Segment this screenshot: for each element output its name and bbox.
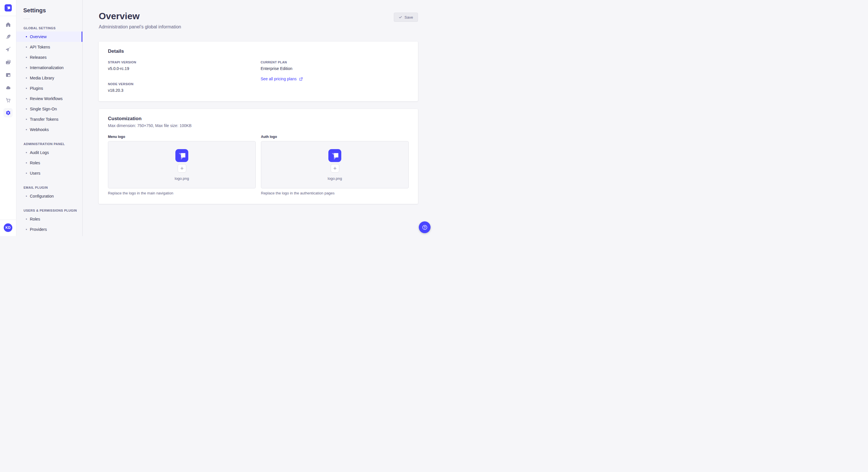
add-menu-logo-button[interactable]	[178, 164, 186, 173]
cart-icon[interactable]	[3, 96, 12, 105]
cloud-icon[interactable]	[3, 83, 12, 92]
help-button[interactable]	[419, 222, 431, 233]
auth-logo-hint: Replace the logo in the authentication p…	[261, 191, 409, 195]
subnav-item-admin-roles[interactable]: Roles	[17, 158, 82, 168]
strapi-version-field: STRAPI VERSION v5.0.0-rc.19	[108, 61, 256, 71]
section-heading-global-settings: GLOBAL SETTINGS	[24, 26, 82, 30]
question-mark-icon	[422, 224, 428, 231]
subnav-item-api-tokens[interactable]: API Tokens	[17, 42, 82, 52]
auth-logo-filename: logo.png	[328, 176, 342, 181]
settings-subnav: Settings GLOBAL SETTINGS Overview API To…	[17, 0, 83, 236]
bullet-icon	[26, 119, 27, 120]
rail-icon-list	[0, 16, 16, 220]
bullet-icon	[26, 57, 27, 58]
menu-logo-filename: logo.png	[175, 176, 189, 181]
media-library-icon[interactable]	[3, 58, 12, 67]
subnav-item-up-roles[interactable]: Roles	[17, 214, 82, 224]
page-header: Overview Administration panel’s global i…	[99, 0, 418, 30]
details-left-column: STRAPI VERSION v5.0.0-rc.19 NODE VERSION…	[108, 61, 256, 93]
auth-logo-label: Auth logo	[261, 135, 409, 139]
subnav-item-releases[interactable]: Releases	[17, 52, 82, 63]
section-heading-email-plugin: EMAIL PLUGIN	[24, 186, 82, 189]
subnav-item-admin-users[interactable]: Users	[17, 168, 82, 178]
subnav-item-plugins[interactable]: Plugins	[17, 83, 82, 94]
menu-logo-hint: Replace the logo in the main navigation	[108, 191, 256, 195]
menu-logo-label: Menu logo	[108, 135, 256, 139]
details-right-column: CURRENT PLAN Enterprise Edition See all …	[260, 61, 409, 93]
auth-logo-block: Auth logo logo.png Replace the logo in t…	[261, 135, 409, 195]
subnav-item-webhooks[interactable]: Webhooks	[17, 125, 82, 135]
home-icon[interactable]	[3, 20, 12, 29]
main-nav-rail: KD	[0, 0, 17, 236]
bullet-icon	[26, 88, 27, 89]
subnav-item-media-library[interactable]: Media Library	[17, 73, 82, 83]
bullet-icon	[26, 77, 27, 78]
avatar[interactable]: KD	[4, 224, 12, 232]
rail-logo-section	[0, 0, 16, 16]
bullet-icon	[26, 129, 27, 130]
strapi-admin-app: KD Settings GLOBAL SETTINGS Overview API…	[0, 0, 434, 236]
section-heading-administration-panel: ADMINISTRATION PANEL	[24, 142, 82, 146]
customization-card-title: Customization	[108, 116, 409, 122]
details-card-title: Details	[108, 48, 409, 54]
paper-plane-icon[interactable]	[3, 45, 12, 54]
details-card: Details STRAPI VERSION v5.0.0-rc.19 NODE…	[99, 42, 418, 101]
check-icon	[399, 15, 402, 19]
auth-logo-preview	[329, 149, 341, 162]
subnav-item-transfer-tokens[interactable]: Transfer Tokens	[17, 114, 82, 125]
bullet-icon	[26, 46, 27, 47]
subnav-item-audit-logs[interactable]: Audit Logs	[17, 147, 82, 158]
bullet-icon	[26, 152, 27, 153]
bullet-icon	[26, 36, 27, 37]
bullet-icon	[26, 67, 27, 68]
external-link-icon	[299, 77, 303, 81]
subnav-item-internationalization[interactable]: Internationalization	[17, 63, 82, 73]
bullet-icon	[26, 229, 27, 230]
subnav-item-email-configuration[interactable]: Configuration	[17, 191, 82, 201]
bullet-icon	[26, 196, 27, 197]
node-version-field: NODE VERSION v18.20.3	[108, 82, 256, 93]
bullet-icon	[26, 108, 27, 109]
subnav-item-review-workflows[interactable]: Review Workflows	[17, 94, 82, 104]
bullet-icon	[26, 162, 27, 164]
menu-logo-dropzone[interactable]: logo.png	[108, 141, 256, 189]
subnav-item-up-providers[interactable]: Providers	[17, 224, 82, 235]
plus-icon	[180, 166, 184, 170]
menu-logo-block: Menu logo logo.png Replace the logo in t…	[108, 135, 256, 195]
bullet-icon	[26, 173, 27, 174]
subnav-item-single-sign-on[interactable]: Single Sign-On	[17, 104, 82, 114]
page-title: Overview	[99, 11, 181, 22]
pricing-plans-link[interactable]: See all pricing plans	[260, 76, 303, 81]
auth-logo-dropzone[interactable]: logo.png	[261, 141, 409, 189]
subnav-title: Settings	[23, 7, 82, 14]
layout-icon[interactable]	[3, 70, 12, 79]
rail-user-section: KD	[0, 220, 16, 236]
plus-icon	[333, 166, 337, 170]
customization-card-subtitle: Max dimension: 750×750, Max file size: 1…	[108, 123, 409, 128]
subnav-divider	[23, 19, 30, 19]
strapi-logo[interactable]	[5, 4, 12, 11]
bullet-icon	[26, 98, 27, 99]
feather-icon[interactable]	[3, 32, 12, 42]
current-plan-field: CURRENT PLAN Enterprise Edition	[260, 61, 409, 71]
gear-icon[interactable]	[3, 108, 12, 117]
main-content: Overview Administration panel’s global i…	[83, 0, 434, 236]
section-heading-users-permissions-plugin: USERS & PERMISSIONS PLUGIN	[24, 209, 82, 212]
save-button[interactable]: Save	[394, 12, 418, 22]
menu-logo-preview	[175, 149, 188, 162]
add-auth-logo-button[interactable]	[331, 164, 339, 173]
customization-card: Customization Max dimension: 750×750, Ma…	[99, 109, 418, 204]
page-subtitle: Administration panel’s global informatio…	[99, 24, 181, 30]
subnav-item-overview[interactable]: Overview	[17, 32, 82, 42]
bullet-icon	[26, 218, 27, 220]
